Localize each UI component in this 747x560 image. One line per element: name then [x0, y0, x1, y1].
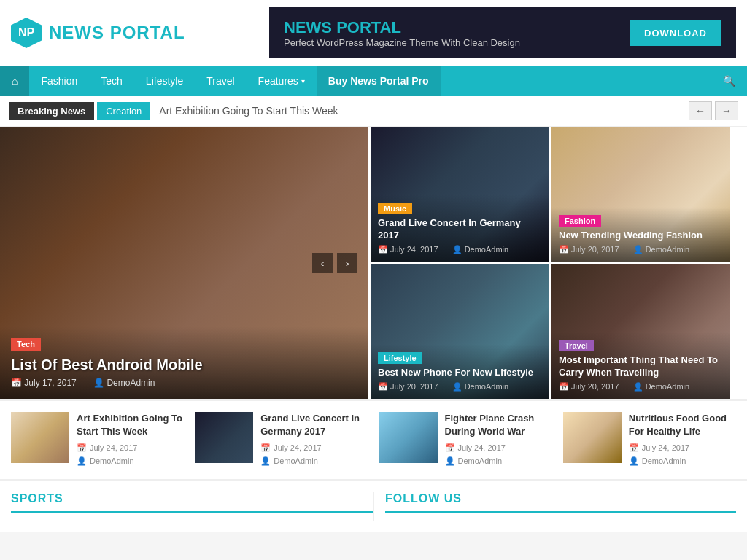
- grid-meta-3: 📅 July 20, 2017 👤 DemoAdmin: [378, 382, 542, 392]
- follow-section: FOLLOW US: [374, 492, 736, 521]
- thumb-image-2: [379, 412, 438, 463]
- grid-badge-2: Fashion: [559, 215, 601, 227]
- main-content: ‹ › Tech List Of Best Android Mobile 📅 J…: [0, 127, 747, 532]
- logo-icon: NP: [11, 18, 42, 48]
- thumb-title-1: Grand Live Concert In Germany 2017: [260, 412, 368, 438]
- follow-title: FOLLOW US: [385, 492, 736, 513]
- nav-search-button[interactable]: 🔍: [711, 66, 747, 96]
- grid-article-4[interactable]: Travel Most Important Thing That Need To…: [551, 264, 730, 399]
- grid-title-1: Grand Live Concert In Germany 2017: [378, 217, 542, 242]
- thumb-image-1: [195, 412, 253, 463]
- ad-banner-text: NEWS PORTAL Perfect WordPress Magazine T…: [284, 18, 520, 48]
- ad-title: NEWS PORTAL: [284, 18, 520, 37]
- hero-grid: ‹ › Tech List Of Best Android Mobile 📅 J…: [0, 127, 747, 399]
- thumb-image-0: [11, 412, 69, 463]
- grid-overlay-1: Music Grand Live Concert In Germany 2017…: [371, 195, 549, 262]
- hero-author: 👤 DemoAdmin: [93, 378, 162, 388]
- thumb-info-2: Fighter Plane Crash During World War 📅 J…: [445, 412, 552, 468]
- breaking-news-tag: Creation: [97, 102, 150, 120]
- thumb-info-3: Nutritious Food Good For Healthy Life 📅 …: [629, 412, 736, 468]
- user-icon-0: 👤: [77, 455, 87, 468]
- grid-meta-1: 📅 July 24, 2017 👤 DemoAdmin: [378, 245, 542, 254]
- grid-badge-1: Music: [378, 203, 412, 214]
- thumb-item-1[interactable]: Grand Live Concert In Germany 2017 📅 Jul…: [195, 412, 368, 468]
- thumbnails-row: Art Exhibition Going To Start This Week …: [0, 399, 747, 479]
- hero-overlay: Tech List Of Best Android Mobile 📅 July …: [0, 327, 368, 399]
- bottom-sections: SPORTS FOLLOW US: [0, 479, 747, 532]
- grid-badge-3: Lifestyle: [378, 352, 422, 364]
- breaking-news-text: Art Exhibition Going To Start This Week: [159, 105, 689, 117]
- thumb-title-2: Fighter Plane Crash During World War: [445, 412, 552, 438]
- thumb-meta-2: 📅 July 24, 2017 👤 DemoAdmin: [445, 442, 552, 467]
- hero-badge: Tech: [11, 338, 41, 351]
- thumb-item-0[interactable]: Art Exhibition Going To Start This Week …: [11, 412, 184, 468]
- thumb-image-3: [563, 412, 622, 463]
- thumb-info-1: Grand Live Concert In Germany 2017 📅 Jul…: [260, 412, 368, 468]
- nav-travel[interactable]: Travel: [195, 66, 246, 96]
- grid-article-3[interactable]: Lifestyle Best New Phone For New Lifesty…: [371, 264, 549, 399]
- grid-article-2[interactable]: Fashion New Trending Wedding Fashion 📅 J…: [551, 127, 730, 262]
- grid-meta-4: 📅 July 20, 2017 👤 DemoAdmin: [559, 382, 723, 392]
- user-icon-3: 👤: [629, 455, 639, 468]
- grid-title-2: New Trending Wedding Fashion: [559, 230, 723, 242]
- calendar-icon-0: 📅: [77, 442, 87, 455]
- thumb-meta-3: 📅 July 24, 2017 👤 DemoAdmin: [629, 442, 736, 467]
- logo: NP NEWS PORTAL: [11, 18, 185, 48]
- grid-overlay-3: Lifestyle Best New Phone For New Lifesty…: [371, 344, 549, 399]
- calendar-icon-1: 📅: [260, 442, 271, 455]
- hero-main-article[interactable]: ‹ › Tech List Of Best Android Mobile 📅 J…: [0, 127, 368, 399]
- grid-title-4: Most Important Thing That Need To Carry …: [559, 354, 723, 379]
- ad-download-button[interactable]: DOWNLOAD: [630, 20, 721, 46]
- header: NP NEWS PORTAL NEWS PORTAL Perfect WordP…: [0, 0, 747, 66]
- nav-fashion[interactable]: Fashion: [29, 66, 89, 96]
- breaking-next-button[interactable]: →: [715, 101, 738, 120]
- grid-title-3: Best New Phone For New Lifestyle: [378, 367, 542, 379]
- nav-tech[interactable]: Tech: [89, 66, 134, 96]
- hero-navigation: ‹ ›: [312, 253, 357, 273]
- hero-date: 📅 July 17, 2017: [11, 378, 84, 388]
- hero-prev-button[interactable]: ‹: [312, 253, 333, 273]
- nav-lifestyle[interactable]: Lifestyle: [134, 66, 195, 96]
- home-icon: ⌂: [12, 75, 18, 87]
- thumb-title-3: Nutritious Food Good For Healthy Life: [629, 412, 736, 438]
- navigation: ⌂ Fashion Tech Lifestyle Travel Features…: [0, 66, 747, 96]
- thumb-title-0: Art Exhibition Going To Start This Week: [77, 412, 184, 438]
- thumb-meta-1: 📅 July 24, 2017 👤 DemoAdmin: [260, 442, 368, 467]
- user-icon-2: 👤: [445, 455, 455, 468]
- nav-features[interactable]: Features: [247, 66, 317, 96]
- breaking-prev-button[interactable]: ←: [689, 101, 712, 120]
- logo-text: NEWS PORTAL: [49, 23, 185, 43]
- grid-overlay-4: Travel Most Important Thing That Need To…: [551, 332, 730, 399]
- breaking-news-bar: Breaking News Creation Art Exhibition Go…: [0, 96, 747, 127]
- ad-banner: NEWS PORTAL Perfect WordPress Magazine T…: [269, 7, 736, 58]
- thumb-item-2[interactable]: Fighter Plane Crash During World War 📅 J…: [379, 412, 552, 468]
- user-icon-1: 👤: [260, 455, 271, 468]
- grid-badge-4: Travel: [559, 340, 594, 351]
- grid-article-1[interactable]: Music Grand Live Concert In Germany 2017…: [371, 127, 549, 262]
- nav-buy-pro[interactable]: Buy News Portal Pro: [317, 66, 441, 96]
- sports-title: SPORTS: [11, 492, 374, 513]
- sports-section: SPORTS: [11, 492, 374, 521]
- search-icon: 🔍: [723, 75, 735, 87]
- ad-subtitle: Perfect WordPress Magazine Theme With Cl…: [284, 37, 520, 48]
- hero-title: List Of Best Android Mobile: [11, 355, 357, 374]
- breaking-news-arrows: ← →: [689, 101, 738, 120]
- calendar-icon-3: 📅: [629, 442, 639, 455]
- hero-meta: 📅 July 17, 2017 👤 DemoAdmin: [11, 378, 357, 388]
- hero-next-button[interactable]: ›: [337, 253, 357, 273]
- thumb-info-0: Art Exhibition Going To Start This Week …: [77, 412, 184, 468]
- calendar-icon-2: 📅: [445, 442, 455, 455]
- breaking-news-label: Breaking News: [9, 102, 94, 120]
- nav-home[interactable]: ⌂: [0, 66, 29, 96]
- grid-overlay-2: Fashion New Trending Wedding Fashion 📅 J…: [551, 207, 730, 262]
- thumb-item-3[interactable]: Nutritious Food Good For Healthy Life 📅 …: [563, 412, 736, 468]
- grid-meta-2: 📅 July 20, 2017 👤 DemoAdmin: [559, 245, 723, 254]
- thumb-meta-0: 📅 July 24, 2017 👤 DemoAdmin: [77, 442, 184, 467]
